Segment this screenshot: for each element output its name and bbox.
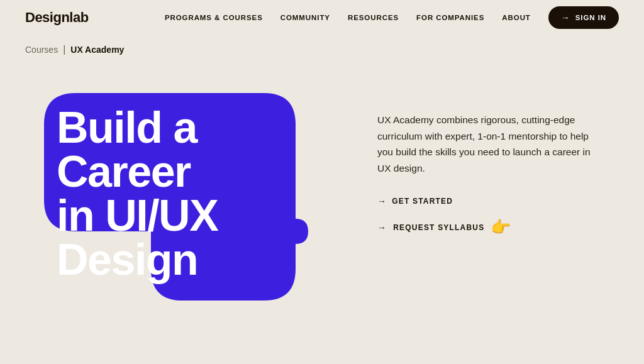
main-content: Build a Career in UI/UX Design UX Academ… [0,62,644,313]
sign-in-button[interactable]: → SIGN IN [548,6,619,29]
cta-primary-arrow-icon: → [377,196,387,206]
logo-text: Designlab [25,9,89,26]
main-nav: PROGRAMS & COURSES COMMUNITY RESOURCES F… [165,6,619,29]
cta-primary-label: GET STARTED [392,197,453,206]
cta-secondary-label: REQUEST SYLLABUS [393,223,484,232]
request-syllabus-link[interactable]: → REQUEST SYLLABUS 👉 [377,218,604,237]
signin-arrow-icon: → [561,13,570,23]
breadcrumb-separator: | [63,44,65,55]
signin-label: SIGN IN [575,14,606,21]
breadcrumb-parent[interactable]: Courses [25,45,58,55]
hero-title-line1: Build a Career [57,106,302,194]
get-started-link[interactable]: → GET STARTED [377,196,604,206]
hero-title: Build a Career in UI/UX Design [57,106,302,282]
nav-resources[interactable]: RESOURCES [348,14,399,21]
nav-for-companies[interactable]: FOR COMPANIES [416,14,484,21]
nav-programs-courses[interactable]: PROGRAMS & COURSES [165,14,263,21]
hero-blob: Build a Career in UI/UX Design [25,74,340,313]
hero-title-line3: Design [57,238,302,282]
breadcrumb: Courses | UX Academy [0,35,644,62]
cta-secondary-arrow-icon: → [377,223,387,233]
hero-title-line2: in UI/UX [57,194,302,238]
right-content: UX Academy combines rigorous, cutting-ed… [377,74,604,237]
pointing-hand-icon: 👉 [491,218,511,237]
nav-about[interactable]: ABOUT [502,14,531,21]
hero-title-overlay: Build a Career in UI/UX Design [25,74,340,313]
hero-description: UX Academy combines rigorous, cutting-ed… [377,112,604,176]
header: Designlab PROGRAMS & COURSES COMMUNITY R… [0,0,644,35]
logo[interactable]: Designlab [25,9,89,26]
breadcrumb-current: UX Academy [70,45,124,55]
nav-community[interactable]: COMMUNITY [280,14,330,21]
